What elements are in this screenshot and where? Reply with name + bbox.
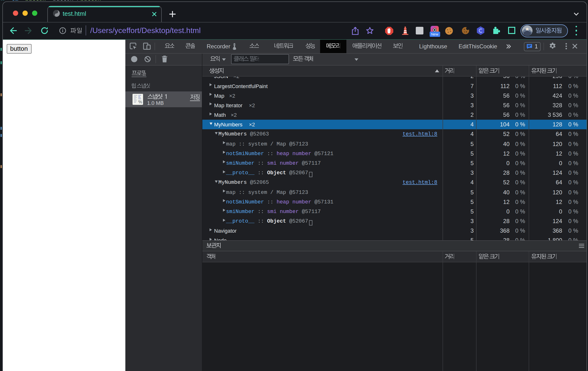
svg-text:%: % [138,99,142,104]
